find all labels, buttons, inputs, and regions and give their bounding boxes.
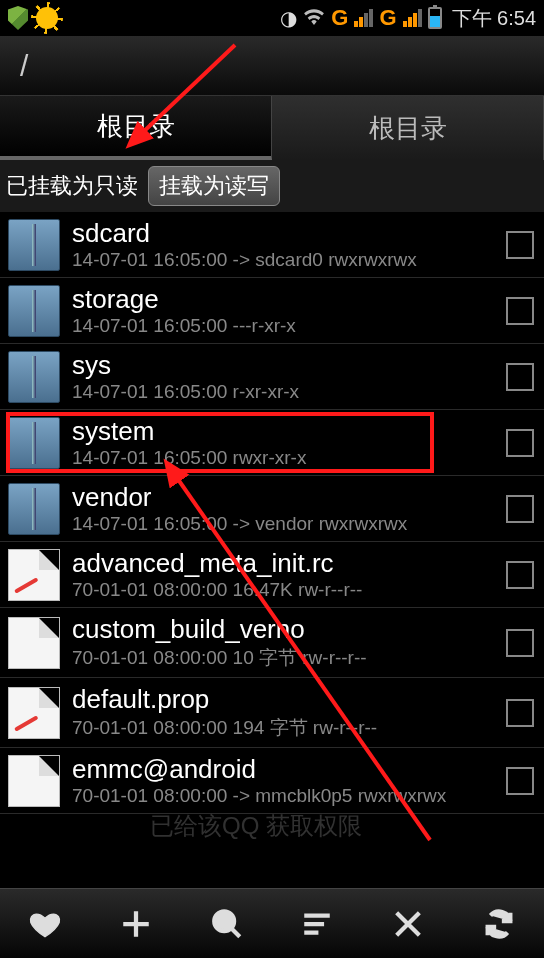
file-row[interactable]: default.prop70-01-01 08:00:00 194 字节 rw-… — [0, 678, 544, 748]
folder-icon — [8, 483, 60, 535]
wifi-icon — [303, 7, 325, 30]
close-button[interactable] — [363, 889, 454, 958]
file-meta: 14-07-01 16:05:00 -> vendor rwxrwxrwx — [72, 513, 498, 535]
file-name: system — [72, 416, 498, 447]
file-meta: 14-07-01 16:05:00 ---r-xr-x — [72, 315, 498, 337]
tab-bar: 根目录 根目录 — [0, 96, 544, 160]
favorite-button[interactable] — [0, 889, 91, 958]
mount-rw-button[interactable]: 挂载为读写 — [148, 166, 280, 206]
file-info: default.prop70-01-01 08:00:00 194 字节 rw-… — [72, 684, 498, 741]
file-info: system14-07-01 16:05:00 rwxr-xr-x — [72, 416, 498, 469]
file-meta: 14-07-01 16:05:00 r-xr-xr-x — [72, 381, 498, 403]
network-g2: G — [379, 5, 396, 31]
sort-button[interactable] — [272, 889, 363, 958]
folder-icon — [8, 351, 60, 403]
file-name: custom_build_verno — [72, 614, 498, 645]
row-checkbox[interactable] — [506, 363, 534, 391]
row-checkbox[interactable] — [506, 629, 534, 657]
file-meta: 14-07-01 16:05:00 -> sdcard0 rwxrwxrwx — [72, 249, 498, 271]
file-name: storage — [72, 284, 498, 315]
row-checkbox[interactable] — [506, 699, 534, 727]
tab-label: 根目录 — [369, 111, 447, 146]
file-name: sys — [72, 350, 498, 381]
file-name: advanced_meta_init.rc — [72, 548, 498, 579]
mount-status: 已挂载为只读 — [6, 171, 138, 201]
row-checkbox[interactable] — [506, 561, 534, 589]
sun-icon — [36, 7, 58, 29]
network-g1: G — [331, 5, 348, 31]
file-list: sdcard14-07-01 16:05:00 -> sdcard0 rwxrw… — [0, 212, 544, 814]
file-meta: 70-01-01 08:00:00 10 字节 rw-r--r-- — [72, 645, 498, 671]
svg-point-0 — [214, 911, 234, 931]
tab-root-1[interactable]: 根目录 — [0, 96, 272, 160]
rotate-icon: ◑ — [280, 6, 297, 30]
tab-label: 根目录 — [97, 109, 175, 144]
file-row[interactable]: storage14-07-01 16:05:00 ---r-xr-x — [0, 278, 544, 344]
file-row[interactable]: sys14-07-01 16:05:00 r-xr-xr-x — [0, 344, 544, 410]
file-row[interactable]: advanced_meta_init.rc70-01-01 08:00:00 1… — [0, 542, 544, 608]
bottom-toolbar — [0, 888, 544, 958]
file-info: emmc@android70-01-01 08:00:00 -> mmcblk0… — [72, 754, 498, 807]
status-bar: ◑ G G 下午 6:54 — [0, 0, 544, 36]
file-meta: 70-01-01 08:00:00 -> mmcblk0p5 rwxrwxrwx — [72, 785, 498, 807]
file-icon — [8, 755, 60, 807]
watermark-text: 已给该QQ 获取权限 — [150, 810, 362, 842]
tab-root-2[interactable]: 根目录 — [272, 96, 544, 160]
row-checkbox[interactable] — [506, 231, 534, 259]
folder-icon — [8, 285, 60, 337]
signal-bars-1 — [354, 9, 373, 27]
file-info: sdcard14-07-01 16:05:00 -> sdcard0 rwxrw… — [72, 218, 498, 271]
signal-bars-2 — [403, 9, 422, 27]
search-button[interactable] — [181, 889, 272, 958]
mount-row: 已挂载为只读 挂载为读写 — [0, 160, 544, 212]
file-row[interactable]: sdcard14-07-01 16:05:00 -> sdcard0 rwxrw… — [0, 212, 544, 278]
battery-icon — [428, 7, 442, 29]
file-name: sdcard — [72, 218, 498, 249]
file-row[interactable]: custom_build_verno70-01-01 08:00:00 10 字… — [0, 608, 544, 678]
file-row[interactable]: emmc@android70-01-01 08:00:00 -> mmcblk0… — [0, 748, 544, 814]
row-checkbox[interactable] — [506, 495, 534, 523]
file-info: storage14-07-01 16:05:00 ---r-xr-x — [72, 284, 498, 337]
file-name: default.prop — [72, 684, 498, 715]
add-button[interactable] — [91, 889, 182, 958]
clock: 下午 6:54 — [452, 5, 536, 32]
file-meta: 14-07-01 16:05:00 rwxr-xr-x — [72, 447, 498, 469]
file-info: custom_build_verno70-01-01 08:00:00 10 字… — [72, 614, 498, 671]
row-checkbox[interactable] — [506, 429, 534, 457]
file-icon — [8, 687, 60, 739]
current-path: / — [20, 49, 28, 83]
file-meta: 70-01-01 08:00:00 16.47K rw-r--r-- — [72, 579, 498, 601]
file-info: vendor14-07-01 16:05:00 -> vendor rwxrwx… — [72, 482, 498, 535]
row-checkbox[interactable] — [506, 767, 534, 795]
row-checkbox[interactable] — [506, 297, 534, 325]
refresh-button[interactable] — [453, 889, 544, 958]
file-row[interactable]: vendor14-07-01 16:05:00 -> vendor rwxrwx… — [0, 476, 544, 542]
file-info: sys14-07-01 16:05:00 r-xr-xr-x — [72, 350, 498, 403]
file-icon — [8, 549, 60, 601]
file-icon — [8, 617, 60, 669]
path-bar[interactable]: / — [0, 36, 544, 96]
file-row[interactable]: system14-07-01 16:05:00 rwxr-xr-x — [0, 410, 544, 476]
file-name: emmc@android — [72, 754, 498, 785]
file-name: vendor — [72, 482, 498, 513]
folder-icon — [8, 417, 60, 469]
folder-icon — [8, 219, 60, 271]
file-info: advanced_meta_init.rc70-01-01 08:00:00 1… — [72, 548, 498, 601]
shield-icon — [8, 6, 28, 30]
file-meta: 70-01-01 08:00:00 194 字节 rw-r--r-- — [72, 715, 498, 741]
